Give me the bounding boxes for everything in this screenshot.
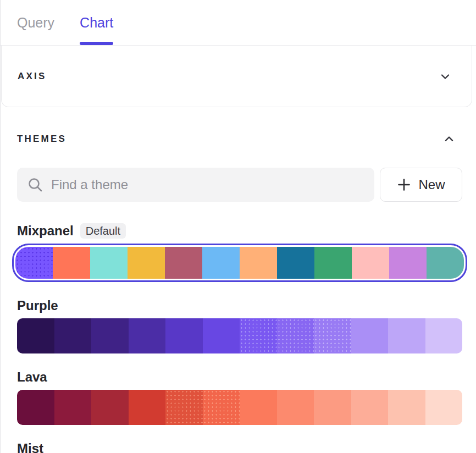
theme-item: Mist [17,440,462,453]
theme-swatch [425,390,463,425]
theme-swatch [351,390,389,425]
theme-swatch [91,390,129,425]
theme-swatch [203,318,240,353]
theme-swatch [277,390,314,425]
theme-swatch [240,318,277,353]
theme-strip[interactable] [15,247,464,279]
theme-swatch [352,247,389,279]
theme-default-badge: Default [80,223,126,239]
theme-swatch [388,390,425,425]
theme-swatch [54,390,92,425]
theme-swatch [314,318,351,353]
tab-bar: Query Chart [1,0,476,46]
theme-label-row: Purple [17,297,462,314]
chevron-down-icon[interactable] [439,70,452,83]
theme-swatch [389,247,427,279]
theme-swatch [240,390,277,425]
theme-swatch [165,318,203,353]
selected-theme-ring[interactable] [12,244,467,282]
themes-section-title: THEMES [17,134,67,145]
theme-search-row: New [17,168,462,202]
theme-swatch [165,390,203,425]
axis-section-header[interactable]: AXIS [1,46,472,107]
theme-swatch [128,247,165,279]
theme-strip[interactable] [17,318,462,353]
theme-name: Purple [17,298,58,313]
theme-item: Lava [17,369,462,425]
theme-list: MixpanelDefaultPurpleLavaMist [17,223,462,453]
theme-search-input[interactable] [17,168,374,202]
theme-swatch [17,390,54,425]
theme-swatch [351,318,389,353]
theme-name: Mixpanel [17,223,74,239]
theme-label-row: MixpanelDefault [17,223,462,239]
new-theme-button-label: New [418,177,445,192]
theme-swatch [314,390,351,425]
theme-swatch [129,318,166,353]
theme-swatch [240,247,277,279]
theme-label-row: Lava [17,369,462,385]
theme-swatch [165,247,202,279]
theme-name: Mist [17,441,43,453]
theme-swatch [202,247,240,279]
theme-swatch [15,247,53,279]
theme-swatch [53,247,90,279]
theme-search-box [17,168,374,202]
theme-item: Purple [17,297,462,353]
tab-query-label: Query [17,15,54,31]
theme-item: MixpanelDefault [17,223,462,282]
theme-swatch [54,318,92,353]
theme-label-row: Mist [17,440,462,453]
tab-query[interactable]: Query [17,0,54,45]
search-icon [27,176,43,193]
chevron-up-icon[interactable] [442,132,456,146]
theme-swatch [91,318,129,353]
tab-chart[interactable]: Chart [80,0,113,45]
theme-swatch [90,247,128,279]
themes-section: THEMES New MixpanelDefaultPurpl [1,107,476,453]
theme-swatch [277,247,314,279]
new-theme-button[interactable]: New [380,168,462,202]
theme-swatch [427,247,464,279]
themes-section-header[interactable]: THEMES [17,132,462,146]
theme-swatch [17,318,54,353]
chart-settings-panel: Query Chart AXIS THEMES [0,0,476,453]
theme-strip[interactable] [17,390,462,425]
active-tab-underline [80,42,113,45]
plus-icon [397,178,411,192]
tab-chart-label: Chart [80,15,113,31]
theme-swatch [277,318,314,353]
theme-swatch [425,318,463,353]
theme-name: Lava [17,369,47,385]
axis-section-title: AXIS [18,71,46,82]
theme-swatch [203,390,240,425]
theme-swatch [388,318,425,353]
theme-swatch [314,247,352,279]
theme-swatch [129,390,166,425]
